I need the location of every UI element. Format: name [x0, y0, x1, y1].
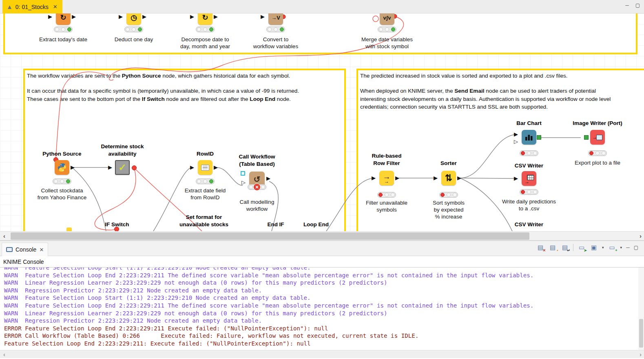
traffic-light	[266, 27, 285, 32]
console-tab-strip: Console ✕ ▤✕ ▤▪ ▤↵ ▭➤ ▣ ▾ ▭+ ▾ ─ ▢	[0, 241, 644, 256]
check-icon[interactable]: ✓	[115, 160, 130, 175]
date-extract-icon[interactable]: ↻	[56, 13, 71, 25]
callee-port	[241, 171, 245, 176]
open-console-dropdown-icon[interactable]: ▾	[602, 245, 604, 250]
node-name: Sorter	[414, 160, 483, 167]
traffic-light	[196, 27, 215, 32]
node-name: Determine stock availability	[88, 143, 157, 158]
csv-writer-icon[interactable]: →	[522, 171, 536, 186]
output-port: ▶	[214, 165, 218, 170]
node-name: IF Switch	[82, 221, 152, 228]
traffic-light	[378, 27, 396, 32]
node-name: Python Source	[27, 150, 97, 158]
input-port: ▶	[261, 14, 265, 20]
node-caption: Collect stockdata from Yahoo Finance	[27, 187, 97, 201]
output-port: ▶	[214, 14, 218, 20]
variable-convert-icon[interactable]: →V	[268, 13, 283, 25]
node-caption: Write daily predictions to a .csv	[494, 198, 564, 212]
input-port: ▶	[190, 14, 194, 20]
node-caption: Filter unavailable symbols	[352, 199, 421, 213]
tab-console[interactable]: Console ✕	[2, 243, 48, 256]
output-port: ▶	[395, 175, 399, 181]
node-caption: Call modelling workflow	[222, 198, 292, 212]
output-port: ▶	[142, 14, 146, 20]
error-badge: ✕	[253, 183, 261, 191]
image-input-port	[584, 135, 589, 140]
output-port: ▶	[71, 165, 75, 170]
close-icon[interactable]: ✕	[39, 247, 44, 253]
traffic-light	[54, 27, 73, 32]
workflow-canvas[interactable]: The workflow variables are sent to the P…	[0, 13, 644, 231]
maximize-icon[interactable]: ▢	[635, 2, 640, 8]
scroll-left-icon[interactable]: ‹	[3, 351, 5, 358]
log-line: WARN Feature Selection Loop End 2:223:22…	[0, 302, 638, 310]
scroll-right-icon[interactable]: ›	[640, 351, 642, 358]
optional-input-port: ▷	[241, 180, 246, 185]
log-line: WARN Regression Predictor 2:223:229:212 …	[0, 317, 638, 325]
input-port: ▶	[434, 175, 438, 181]
node-label: Merge date variables with stock symbol	[352, 36, 422, 50]
rowid-icon[interactable]	[198, 160, 212, 175]
annotation-top[interactable]	[3, 13, 637, 54]
minimize-icon[interactable]: ─	[625, 2, 629, 8]
console-log[interactable]: WARN Feature Selection Loop Start (1:1) …	[0, 268, 638, 350]
annotation-left[interactable]: The workflow variables are sent to the P…	[23, 69, 346, 231]
console-maximize-icon[interactable]: ▢	[634, 245, 638, 250]
log-line: Feature Selection Loop End 2:223:229:211…	[0, 340, 638, 348]
node-label: Extract today's date	[29, 36, 98, 43]
canvas-hscrollbar-thumb[interactable]	[11, 232, 529, 240]
toolbar-separator	[573, 244, 573, 251]
clock-icon[interactable]: ◷	[126, 13, 141, 25]
input-port: ▶	[514, 176, 518, 181]
console-minimize-icon[interactable]: ─	[626, 245, 630, 250]
tab-workflow-01-stocks[interactable]: ▲ 0: 01_Stocks ✕	[2, 0, 62, 13]
date-decompose-icon[interactable]: ↻	[198, 13, 212, 25]
pin-console-button[interactable]: ▭➤	[578, 243, 586, 252]
row-filter-icon[interactable]: → →	[379, 171, 394, 185]
input-port: ▶	[514, 132, 518, 137]
bar-chart-icon[interactable]	[522, 130, 536, 145]
open-console-button[interactable]: ▣	[590, 243, 598, 252]
sorter-icon[interactable]: ⇅	[441, 171, 456, 185]
log-line: WARN Feature Selection Loop Start (1:1) …	[0, 294, 638, 302]
node-name: Image Writer (Port)	[563, 120, 632, 127]
output-port: ▶	[457, 175, 461, 181]
input-port: ▶	[108, 165, 112, 170]
canvas-hscrollbar[interactable]: ‹ ›	[0, 231, 644, 240]
traffic-light	[439, 192, 458, 198]
console-vscrollbar[interactable]	[638, 268, 644, 350]
node-label: Deduct one day	[99, 36, 168, 43]
console-hscrollbar[interactable]: ‹ ›	[0, 350, 644, 358]
traffic-light	[377, 192, 396, 198]
console-vscrollbar-thumb[interactable]	[639, 319, 643, 348]
output-port: ▶	[72, 14, 76, 20]
scroll-right-icon[interactable]: ›	[640, 232, 642, 239]
node-caption: Export plot to a file	[563, 159, 632, 166]
node-name: Rule-based Row Filter	[352, 152, 421, 167]
optional-input-port: ▷	[514, 139, 518, 145]
node-caption: Sort symbols by expected % increase	[414, 199, 483, 220]
image-writer-icon[interactable]: →	[590, 130, 605, 145]
word-wrap-button[interactable]: ▤↵	[561, 243, 569, 252]
input-port: ▶	[190, 165, 194, 170]
tab-title: 0: 01_Stocks	[15, 4, 49, 10]
close-icon[interactable]: ✕	[53, 4, 58, 10]
python-icon[interactable]	[55, 160, 69, 175]
node-label: Decompose date to day, month and year	[170, 36, 240, 50]
node-name: CSV Writer	[494, 162, 564, 169]
input-port: ▶	[372, 175, 376, 181]
input-port: ▶	[119, 14, 123, 20]
node-name: Set format for unavailable stocks	[169, 214, 239, 228]
variable-merge-icon[interactable]: vʃv	[380, 13, 394, 25]
scroll-lock-button[interactable]: ▤▪	[549, 243, 557, 252]
clear-console-button[interactable]: ▤✕	[536, 243, 544, 252]
log-line: WARN Feature Selection Loop End 2:223:22…	[0, 272, 638, 279]
console-tab-title: Console	[15, 246, 36, 253]
editor-tab-bar: ▲ 0: 01_Stocks ✕ ─ ▢	[0, 0, 644, 13]
new-console-dropdown-icon[interactable]: ▾	[620, 245, 622, 250]
console-icon	[6, 247, 13, 252]
output-port: ▶	[266, 176, 270, 181]
traffic-light	[588, 150, 607, 156]
new-console-view-button[interactable]: ▭+	[608, 243, 616, 252]
scroll-left-icon[interactable]: ‹	[3, 232, 5, 239]
